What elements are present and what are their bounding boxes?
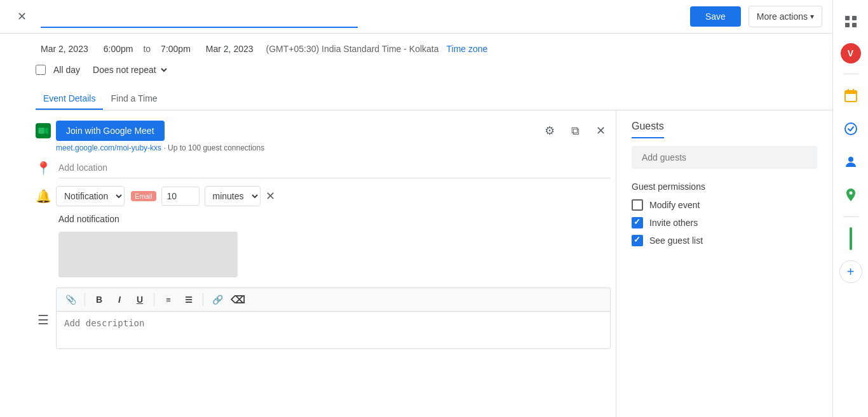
svg-point-16 xyxy=(849,192,852,195)
notification-row: 🔔 Notification Email minutes ✕ xyxy=(36,186,611,206)
more-actions-button[interactable]: More actions ▾ xyxy=(749,6,822,27)
end-time-button[interactable]: 7:00pm xyxy=(156,41,196,56)
location-icon: 📍 xyxy=(36,161,51,176)
toolbar-divider-2 xyxy=(154,293,154,306)
maps-icon[interactable] xyxy=(839,183,862,206)
description-input[interactable] xyxy=(56,311,611,349)
svg-rect-6 xyxy=(845,16,850,20)
tab-find-time[interactable]: Find a Time xyxy=(103,88,165,110)
body-area: Join with Google Meet ⚙ ⧉ ✕ meet.google.… xyxy=(0,110,832,417)
modify-event-checkbox[interactable] xyxy=(632,199,643,211)
tasks-icon[interactable] xyxy=(839,117,862,140)
meet-settings-button[interactable]: ⚙ xyxy=(539,121,560,141)
svg-point-14 xyxy=(845,123,857,135)
allday-checkbox[interactable] xyxy=(36,65,46,75)
guests-title: Guests xyxy=(632,121,664,138)
repeat-select[interactable]: Does not repeat xyxy=(88,62,169,78)
permission-invite-others-row: Invite others xyxy=(632,217,817,228)
attachment-button[interactable]: 📎 xyxy=(62,291,79,308)
notification-icon: 🔔 xyxy=(36,189,51,204)
email-chip: Email xyxy=(131,191,156,201)
notification-unit-select[interactable]: minutes xyxy=(205,186,261,206)
description-toolbar: 📎 B I U ≡ ☰ 🔗 ⌫ xyxy=(56,288,611,311)
google-meet-icon xyxy=(36,123,51,138)
italic-button[interactable]: I xyxy=(111,291,128,308)
event-title-input[interactable] xyxy=(41,5,358,28)
bold-button[interactable]: B xyxy=(90,291,108,308)
sidebar-divider-2 xyxy=(843,216,858,217)
toolbar-divider-1 xyxy=(85,293,85,306)
invite-others-label: Invite others xyxy=(649,218,698,228)
join-meet-button[interactable]: Join with Google Meet xyxy=(56,121,165,141)
add-button[interactable]: + xyxy=(839,260,862,283)
user-avatar[interactable]: V xyxy=(841,43,861,63)
more-actions-label: More actions xyxy=(757,11,808,22)
svg-point-15 xyxy=(848,157,853,162)
timezone-link[interactable]: Time zone xyxy=(447,44,488,54)
chevron-down-icon: ▾ xyxy=(810,12,814,21)
link-button[interactable]: 🔗 xyxy=(208,291,226,308)
location-input[interactable] xyxy=(58,157,611,178)
apps-icon[interactable] xyxy=(839,10,862,33)
invite-others-checkbox[interactable] xyxy=(632,217,643,228)
notification-remove-button[interactable]: ✕ xyxy=(266,189,275,203)
meet-copy-button[interactable]: ⧉ xyxy=(565,121,585,141)
modify-event-label: Modify event xyxy=(649,200,700,210)
svg-rect-3 xyxy=(38,128,45,134)
meet-remove-button[interactable]: ✕ xyxy=(590,121,611,141)
calendar-icon[interactable] xyxy=(839,84,862,107)
end-date-button[interactable]: Mar 2, 2023 xyxy=(201,41,259,56)
permission-see-guest-list-row: See guest list xyxy=(632,235,817,246)
meet-link-text: meet.google.com/moi-yuby-kxs · Up to 100… xyxy=(56,143,611,152)
people-icon[interactable] xyxy=(839,150,862,173)
description-icon: ☰ xyxy=(36,312,51,328)
see-guest-list-checkbox[interactable] xyxy=(632,235,643,246)
unordered-list-button[interactable]: ☰ xyxy=(180,291,198,308)
to-separator: to xyxy=(143,44,151,54)
calendar-thumbnail xyxy=(58,232,238,277)
top-bar: ✕ Save More actions ▾ xyxy=(0,0,832,34)
svg-rect-8 xyxy=(845,23,850,27)
sidebar: V + xyxy=(832,0,868,417)
description-section: ☰ 📎 B I U ≡ ☰ 🔗 ⌫ xyxy=(36,288,611,352)
ordered-list-button[interactable]: ≡ xyxy=(159,291,177,308)
datetime-row: Mar 2, 2023 6:00pm to 7:00pm Mar 2, 2023… xyxy=(0,34,832,56)
svg-rect-7 xyxy=(852,16,857,20)
allday-row: All day Does not repeat xyxy=(0,56,832,78)
underline-button[interactable]: U xyxy=(131,291,149,308)
save-button[interactable]: Save xyxy=(690,6,741,27)
permission-modify-event-row: Modify event xyxy=(632,199,817,211)
green-bar xyxy=(850,227,852,250)
tabs-row: Event Details Find a Time xyxy=(0,83,832,110)
notification-type-select[interactable]: Notification xyxy=(56,186,125,206)
notification-value-input[interactable] xyxy=(161,187,200,206)
left-panel: Join with Google Meet ⚙ ⧉ ✕ meet.google.… xyxy=(0,110,616,417)
remove-format-button[interactable]: ⌫ xyxy=(229,291,247,308)
svg-rect-9 xyxy=(852,23,857,27)
location-row: 📍 xyxy=(36,157,611,178)
sidebar-divider-1 xyxy=(843,74,858,74)
tab-event-details[interactable]: Event Details xyxy=(36,88,103,110)
description-row: ☰ 📎 B I U ≡ ☰ 🔗 ⌫ xyxy=(36,288,611,352)
permissions-title: Guest permissions xyxy=(632,182,817,192)
toolbar-divider-3 xyxy=(203,293,203,306)
start-time-button[interactable]: 6:00pm xyxy=(98,41,139,56)
see-guest-list-label: See guest list xyxy=(649,235,703,246)
timezone-text: (GMT+05:30) India Standard Time - Kolkat… xyxy=(266,44,439,54)
svg-rect-11 xyxy=(845,91,857,94)
add-guests-input[interactable] xyxy=(632,146,817,169)
start-date-button[interactable]: Mar 2, 2023 xyxy=(36,41,93,56)
right-panel: Guests Guest permissions Modify event In… xyxy=(616,110,832,417)
close-button[interactable]: ✕ xyxy=(10,5,33,28)
meet-button-label: Join with Google Meet xyxy=(66,126,154,136)
allday-label: All day xyxy=(53,65,80,75)
add-notification-link[interactable]: Add notification xyxy=(58,214,611,224)
